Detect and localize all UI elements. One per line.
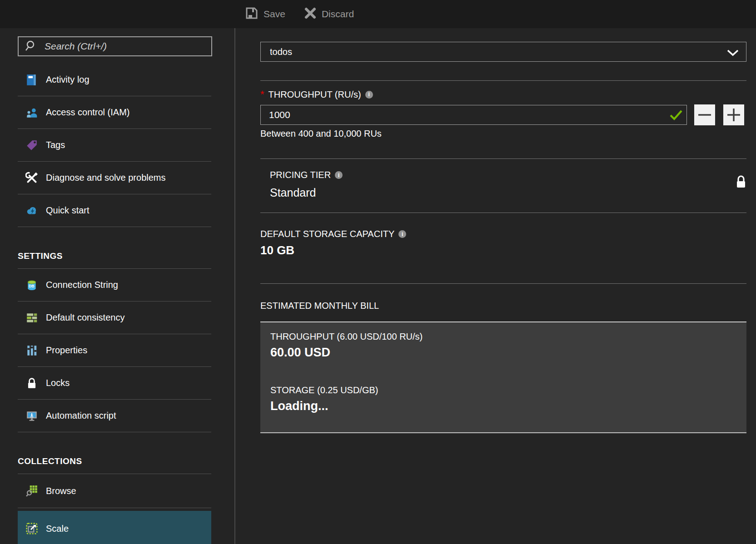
collection-select-value: todos [270, 47, 292, 57]
throughput-decrement-button[interactable] [694, 104, 715, 125]
sidebar-item-label: Locks [46, 378, 70, 388]
sidebar-item-tags[interactable]: Tags [18, 129, 211, 162]
sidebar-item-label: Automation script [46, 410, 116, 421]
bill-throughput-label: THROUGHPUT (6.00 USD/100 RU/s) [270, 331, 746, 342]
throughput-input[interactable] [261, 105, 686, 124]
consistency-bars-icon [25, 311, 39, 325]
save-label: Save [264, 9, 285, 20]
bill-panel: THROUGHPUT (6.00 USD/100 RU/s) 60.00 USD… [260, 321, 746, 433]
svg-text:DB: DB [29, 283, 34, 288]
scale-blade: todos * THROUGHPUT (RU/s) i Between 40 [236, 28, 756, 544]
collection-select[interactable]: todos [260, 42, 746, 62]
sidebar-item-scale[interactable]: Scale [18, 511, 211, 544]
tag-icon [25, 138, 39, 152]
throughput-increment-button[interactable] [723, 104, 744, 125]
throughput-label-row: * THROUGHPUT (RU/s) i [260, 89, 373, 100]
divider [260, 80, 746, 81]
minus-icon [694, 104, 715, 125]
sidebar-item-properties[interactable]: Properties [18, 334, 211, 367]
save-button[interactable]: Save [244, 6, 285, 23]
divider [260, 213, 746, 213]
storage-capacity-label: DEFAULT STORAGE CAPACITY [260, 229, 394, 239]
scale-arrow-icon [25, 522, 39, 535]
storage-capacity-label-row: DEFAULT STORAGE CAPACITY i [260, 229, 406, 239]
resource-menu-sidebar: Activity log Access control (IAM) [0, 28, 235, 544]
bill-throughput-value: 60.00 USD [270, 346, 746, 360]
bill-header: ESTIMATED MONTHLY BILL [260, 301, 379, 311]
sidebar-item-quick-start[interactable]: Quick start [18, 194, 211, 227]
sidebar-item-access-control[interactable]: Access control (IAM) [18, 96, 211, 129]
sidebar-item-label: Access control (IAM) [46, 107, 129, 118]
discard-x-icon [303, 6, 317, 22]
info-icon[interactable]: i [335, 171, 343, 179]
padlock-icon [25, 376, 39, 390]
people-icon [25, 106, 39, 119]
sidebar-item-label: Quick start [46, 205, 90, 216]
plus-icon [723, 104, 744, 125]
discard-label: Discard [322, 9, 354, 20]
database-icon: DB [25, 278, 39, 292]
save-floppy-icon [244, 6, 259, 23]
sidebar-item-diagnose[interactable]: Diagnose and solve problems [18, 162, 211, 194]
bill-storage-value: Loading... [270, 399, 746, 413]
bill-storage-label: STORAGE (0.25 USD/GB) [270, 385, 746, 396]
pricing-tier-label: PRICING TIER [270, 170, 331, 180]
info-icon[interactable]: i [365, 91, 373, 99]
cloud-lightning-icon [25, 204, 39, 218]
sidebar-item-locks[interactable]: Locks [18, 367, 211, 400]
sidebar-item-label: Scale [46, 524, 69, 534]
sidebar-item-connection-string[interactable]: DB Connection String [18, 269, 211, 302]
divider [260, 158, 746, 159]
storage-capacity-value: 10 GB [260, 243, 294, 257]
sidebar-item-label: Tags [46, 140, 65, 150]
sliders-icon [25, 344, 39, 357]
grid-magnifier-icon [25, 484, 39, 498]
sidebar-item-automation-script[interactable]: Automation script [18, 400, 211, 432]
lock-icon [734, 174, 748, 193]
sidebar-item-label: Diagnose and solve problems [46, 173, 166, 183]
sidebar-item-label: Properties [46, 345, 87, 356]
throughput-input-wrap [260, 105, 687, 125]
sidebar-section-collections: COLLECTIONS [18, 432, 211, 474]
sidebar-search-box[interactable] [18, 36, 212, 56]
book-icon [25, 73, 39, 87]
sidebar-item-label: Browse [46, 486, 76, 496]
sidebar-item-activity-log[interactable]: Activity log [18, 64, 211, 96]
sidebar-item-browse[interactable]: Browse [18, 474, 211, 508]
pricing-tier-label-row: PRICING TIER i [270, 170, 343, 180]
discard-button[interactable]: Discard [303, 6, 354, 22]
tools-icon [25, 171, 39, 185]
monitor-download-icon [25, 409, 39, 423]
chevron-down-icon [727, 49, 739, 59]
sidebar-section-settings: SETTINGS [18, 227, 211, 269]
search-input[interactable] [44, 40, 208, 52]
command-bar: Save Discard [0, 0, 756, 28]
throughput-hint: Between 400 and 10,000 RUs [260, 129, 382, 139]
sidebar-item-label: Connection String [46, 280, 118, 290]
sidebar-item-label: Activity log [46, 74, 90, 85]
search-icon [25, 40, 38, 53]
checkmark-icon [669, 110, 683, 123]
sidebar-item-label: Default consistency [46, 312, 124, 323]
pricing-tier-value: Standard [270, 186, 316, 199]
required-asterisk: * [260, 89, 264, 100]
info-icon[interactable]: i [398, 230, 406, 238]
sidebar-item-default-consistency[interactable]: Default consistency [18, 302, 211, 334]
divider [260, 283, 746, 284]
throughput-label: THROUGHPUT (RU/s) [269, 89, 361, 100]
